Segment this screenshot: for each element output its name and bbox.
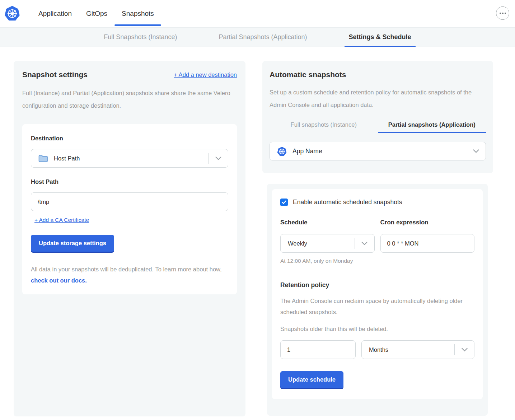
cron-readable-text: At 12:00 AM, only on Monday [280,258,474,264]
retention-policy-title: Retention policy [280,281,474,289]
add-destination-link[interactable]: + Add a new destination [174,71,237,78]
kubernetes-app-icon [277,146,287,156]
subnav-tab-settings-schedule[interactable]: Settings & Schedule [345,28,416,47]
update-storage-settings-button[interactable]: Update storage settings [31,235,114,252]
subnav-tab-partial-snapshots[interactable]: Partial Snapshots (Application) [214,28,311,47]
storage-settings-card: Destination Host Path Host Path + Add a … [22,124,237,294]
nav-tab-snapshots[interactable]: Snapshots [114,0,161,27]
main-nav: Application GitOps Snapshots [31,0,161,27]
app-select-value: App Name [292,148,322,155]
host-path-input[interactable] [31,192,228,211]
destination-value: Host Path [54,155,80,162]
automatic-snapshots-description: Set up a custom schedule and retention p… [270,86,486,111]
chevron-down-icon [455,348,474,352]
retention-unit-value: Months [369,346,388,353]
retention-unit-select[interactable]: Months [361,340,474,359]
snapshots-subnav: Full Snapshots (Instance) Partial Snapsh… [0,27,515,47]
kubernetes-logo-icon [4,5,20,21]
snapshot-settings-title: Snapshot settings [22,70,88,79]
cron-expression-label: Cron expression [380,219,475,226]
enable-snapshots-label: Enable automatic scheduled snapshots [293,199,402,206]
automatic-snapshots-panel: Automatic snapshots Set up a custom sche… [262,61,493,173]
snapshot-settings-panel: Snapshot settings + Add a new destinatio… [14,61,245,416]
host-path-label: Host Path [31,178,228,185]
retention-policy-description: The Admin Console can reclaim space by a… [280,295,474,318]
ellipsis-icon [500,13,501,14]
retention-number-input[interactable] [280,340,356,359]
chevron-down-icon [355,242,374,246]
automatic-snapshots-title: Automatic snapshots [270,70,486,79]
subnav-tab-full-snapshots[interactable]: Full Snapshots (Instance) [99,28,181,47]
chevron-down-icon [209,157,228,160]
nav-tab-application[interactable]: Application [31,0,79,27]
app-select[interactable]: App Name [270,142,486,160]
more-menu-button[interactable] [496,6,509,20]
schedule-panel: Enable automatic scheduled snapshots Sch… [267,184,488,416]
schedule-card: Enable automatic scheduled snapshots Sch… [272,189,483,399]
docs-link[interactable]: check out our docs. [31,277,87,284]
tab-partial-snapshots-application[interactable]: Partial snapshots (Application) [378,121,486,133]
destination-label: Destination [31,135,228,142]
schedule-select-value: Weekly [288,240,307,247]
nav-tab-gitops[interactable]: GitOps [79,0,114,27]
check-icon [282,200,286,204]
top-nav: Application GitOps Snapshots [0,0,515,27]
ca-certificate-link[interactable]: + Add a CA Certificate [34,217,89,223]
retention-hint: Snapshots older than this will be delete… [280,326,474,332]
schedule-select[interactable]: Weekly [280,234,375,253]
chevron-down-icon [466,149,486,153]
snapshot-settings-description: Full (Instance) and Partial (Application… [22,87,237,112]
folder-icon [38,154,48,162]
dedup-note: All data in your snapshots will be dedup… [31,264,228,286]
update-schedule-button[interactable]: Update schedule [280,371,343,388]
cron-expression-input[interactable] [380,234,475,253]
destination-select[interactable]: Host Path [31,149,228,168]
snapshot-type-tabs: Full snapshots (Instance) Partial snapsh… [270,121,486,133]
tab-full-snapshots-instance[interactable]: Full snapshots (Instance) [270,121,378,133]
schedule-label: Schedule [280,219,375,226]
enable-snapshots-checkbox[interactable] [280,199,288,206]
